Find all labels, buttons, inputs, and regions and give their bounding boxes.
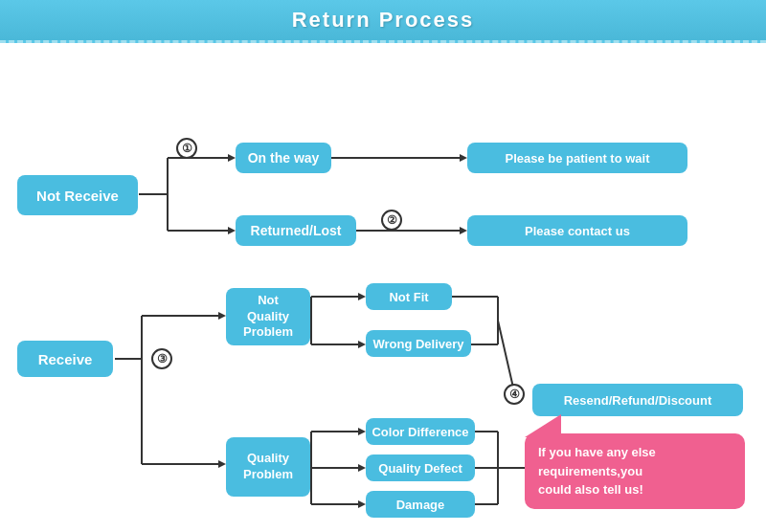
svg-line-37 <box>498 321 513 388</box>
circle-2: ② <box>381 210 402 231</box>
returned-lost-button[interactable]: Returned/Lost <box>236 215 356 246</box>
circle-4: ④ <box>504 384 525 405</box>
svg-marker-25 <box>358 464 366 472</box>
svg-marker-27 <box>358 500 366 508</box>
quality-defect-button[interactable]: Quality Defect <box>366 454 475 481</box>
svg-marker-18 <box>358 293 366 300</box>
svg-marker-3 <box>228 154 236 162</box>
not-fit-button[interactable]: Not Fit <box>366 283 452 310</box>
header: Return Process <box>0 0 766 43</box>
svg-marker-20 <box>358 341 366 348</box>
damage-button[interactable]: Damage <box>366 491 475 518</box>
page-title: Return Process <box>292 8 475 32</box>
bubble-pointer <box>525 414 563 437</box>
please-wait-button[interactable]: Please be patient to wait <box>467 143 687 173</box>
svg-marker-38 <box>525 414 561 437</box>
quality-problem-button[interactable]: Quality Problem <box>226 437 310 497</box>
on-the-way-button[interactable]: On the way <box>236 143 331 173</box>
svg-marker-23 <box>358 428 366 435</box>
svg-marker-9 <box>460 227 467 234</box>
color-diff-button[interactable]: Color Difference <box>366 418 475 445</box>
not-quality-button[interactable]: Not Quality Problem <box>226 288 310 345</box>
wrong-delivery-button[interactable]: Wrong Delivery <box>366 330 471 357</box>
resend-button[interactable]: Resend/Refund/Discount <box>532 384 743 416</box>
svg-marker-15 <box>218 460 226 468</box>
svg-marker-5 <box>228 227 236 234</box>
circle-3: ③ <box>151 348 172 369</box>
svg-marker-7 <box>460 154 467 162</box>
please-contact-button[interactable]: Please contact us <box>467 215 687 246</box>
diagram-content: Not Receive ① On the way Returned/Lost ②… <box>0 43 766 531</box>
receive-button[interactable]: Receive <box>17 341 113 377</box>
circle-1: ① <box>176 138 197 159</box>
speech-bubble: If you have any else requirements,you co… <box>525 433 745 509</box>
not-receive-button[interactable]: Not Receive <box>17 175 138 215</box>
svg-marker-13 <box>218 312 226 320</box>
